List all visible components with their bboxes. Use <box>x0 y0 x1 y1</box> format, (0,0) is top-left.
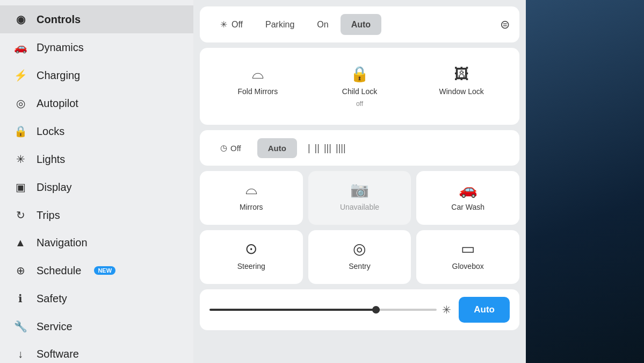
schedule-icon: ⊕ <box>13 264 28 277</box>
action-grid-btn-steering[interactable]: ⊙ Steering <box>200 230 303 284</box>
safety-icon: ℹ <box>13 292 28 305</box>
sidebar-item-dynamics[interactable]: 🚗 Dynamics <box>0 33 193 61</box>
badge-new: NEW <box>94 266 115 275</box>
lights-off-icon: ✳ <box>220 19 227 30</box>
glovebox-icon: ▭ <box>461 240 475 258</box>
service-icon: 🔧 <box>13 320 28 333</box>
mirror-lock-card: ⌓ Fold Mirrors 🔒 Child Lock off 🖼 Window… <box>200 48 519 125</box>
software-icon: ↓ <box>13 348 28 360</box>
sidebar-label-software: Software <box>37 348 79 360</box>
right-panel <box>526 0 644 363</box>
steering-icon: ⊙ <box>245 240 257 258</box>
action-grid-btn-mirrors[interactable]: ⌓ Mirrors <box>200 171 303 225</box>
mirrors-label: Mirrors <box>240 203 263 211</box>
sidebar-label-display: Display <box>37 181 72 194</box>
action-grid: ⌓ Mirrors 📷 Unavailable 🚗 Car Wash ⊙ Ste… <box>200 171 519 284</box>
sentry-icon: ◎ <box>353 240 366 258</box>
car-wash-icon: 🚗 <box>459 181 477 198</box>
fan-speed-3[interactable]: ||| <box>324 143 331 154</box>
lights-btn-on[interactable]: On <box>306 14 339 35</box>
sidebar-item-service[interactable]: 🔧 Service <box>0 312 193 340</box>
unavailable-label: Unavailable <box>340 203 379 211</box>
mirror-lock-row: ⌓ Fold Mirrors 🔒 Child Lock off 🖼 Window… <box>209 55 510 117</box>
sidebar-label-trips: Trips <box>37 209 60 222</box>
sidebar-item-software[interactable]: ↓ Software <box>0 340 193 363</box>
sidebar-label-dynamics: Dynamics <box>37 41 84 54</box>
fan-speed-4[interactable]: |||| <box>336 143 346 154</box>
action-btn-fold-mirrors[interactable]: ⌓ Fold Mirrors <box>209 55 306 117</box>
action-grid-btn-unavailable: 📷 Unavailable <box>308 171 411 225</box>
fan-off-button[interactable]: ◷ Off <box>209 138 252 158</box>
sidebar-item-navigation[interactable]: ▲ Navigation <box>0 229 193 257</box>
fan-card: ◷ Off Auto | || ||| |||| <box>200 130 519 166</box>
sidebar-label-schedule: Schedule <box>37 265 81 277</box>
child-lock-icon: 🔒 <box>350 65 369 83</box>
glovebox-label: Glovebox <box>452 262 484 271</box>
child-lock-label: Child Lock <box>342 87 377 96</box>
sidebar-item-lights[interactable]: ✳ Lights <box>0 145 193 173</box>
navigation-icon: ▲ <box>13 237 28 249</box>
fan-off-icon: ◷ <box>220 143 227 153</box>
brightness-slider-wrap: ✳ <box>209 303 451 316</box>
action-grid-btn-car-wash[interactable]: 🚗 Car Wash <box>416 171 519 225</box>
autopilot-icon: ◎ <box>13 97 28 110</box>
brightness-slider[interactable] <box>209 309 437 311</box>
lights-btn-off[interactable]: ✳ Off <box>209 14 254 35</box>
controls-icon: ◉ <box>13 13 28 26</box>
sidebar-item-safety[interactable]: ℹ Safety <box>0 284 193 312</box>
fan-row: ◷ Off Auto | || ||| |||| <box>209 138 510 158</box>
locks-icon: 🔒 <box>13 125 28 138</box>
sidebar-item-locks[interactable]: 🔒 Locks <box>0 117 193 145</box>
trips-icon: ↻ <box>13 209 28 222</box>
action-grid-btn-glovebox[interactable]: ▭ Glovebox <box>416 230 519 284</box>
fan-off-label: Off <box>230 144 241 153</box>
lights-row: ✳ OffParkingOnAuto ⊜ <box>209 14 510 35</box>
child-lock-sub: off <box>356 100 363 108</box>
fan-speed-2[interactable]: || <box>315 143 320 154</box>
action-btn-child-lock[interactable]: 🔒 Child Lock off <box>312 55 408 117</box>
fold-mirrors-icon: ⌓ <box>252 65 264 83</box>
window-lock-icon: 🖼 <box>454 65 469 83</box>
unavailable-icon: 📷 <box>350 181 369 198</box>
lights-icon: ✳ <box>13 153 28 166</box>
sidebar-label-locks: Locks <box>37 125 64 138</box>
sidebar-item-schedule[interactable]: ⊕ Schedule NEW <box>0 257 193 284</box>
window-lock-label: Window Lock <box>439 87 484 96</box>
fan-speed-1[interactable]: | <box>308 143 310 154</box>
lights-button-group: ✳ OffParkingOnAuto <box>209 14 381 35</box>
brightness-icon: ✳ <box>442 303 451 316</box>
fan-auto-button[interactable]: Auto <box>257 138 297 158</box>
car-wash-label: Car Wash <box>451 203 484 211</box>
display-icon: ▣ <box>13 181 28 194</box>
sidebar-label-autopilot: Autopilot <box>37 97 78 110</box>
display-icon: ⊜ <box>500 18 510 32</box>
mirrors-icon: ⌓ <box>245 181 257 198</box>
steering-label: Steering <box>237 262 265 271</box>
fan-speed-bars: | || ||| |||| <box>308 143 346 154</box>
sidebar-item-autopilot[interactable]: ◎ Autopilot <box>0 89 193 117</box>
fan-auto-label: Auto <box>268 144 286 153</box>
sidebar-item-controls[interactable]: ◉ Controls <box>0 5 193 33</box>
sidebar-item-display[interactable]: ▣ Display <box>0 173 193 201</box>
lights-btn-parking[interactable]: Parking <box>255 14 305 35</box>
brightness-thumb <box>372 306 380 314</box>
sidebar-label-lights: Lights <box>37 153 65 166</box>
brightness-row: ✳ Auto <box>209 297 510 323</box>
sidebar: ◉ Controls 🚗 Dynamics ⚡ Charging ◎ Autop… <box>0 0 193 363</box>
lights-btn-auto[interactable]: Auto <box>341 14 381 35</box>
brightness-auto-button[interactable]: Auto <box>459 297 510 323</box>
action-btn-window-lock[interactable]: 🖼 Window Lock <box>413 55 510 117</box>
sidebar-label-controls: Controls <box>37 13 81 26</box>
brightness-card: ✳ Auto <box>200 289 519 330</box>
fold-mirrors-label: Fold Mirrors <box>237 87 278 96</box>
sidebar-item-charging[interactable]: ⚡ Charging <box>0 61 193 89</box>
action-grid-btn-sentry[interactable]: ◎ Sentry <box>308 230 411 284</box>
sidebar-label-service: Service <box>37 321 73 333</box>
sidebar-label-charging: Charging <box>37 69 80 82</box>
charging-icon: ⚡ <box>13 69 28 82</box>
sidebar-label-safety: Safety <box>37 293 67 305</box>
sidebar-item-trips[interactable]: ↻ Trips <box>0 201 193 229</box>
dynamics-icon: 🚗 <box>13 41 28 54</box>
sidebar-label-navigation: Navigation <box>37 237 88 249</box>
lights-card: ✳ OffParkingOnAuto ⊜ <box>200 6 519 42</box>
